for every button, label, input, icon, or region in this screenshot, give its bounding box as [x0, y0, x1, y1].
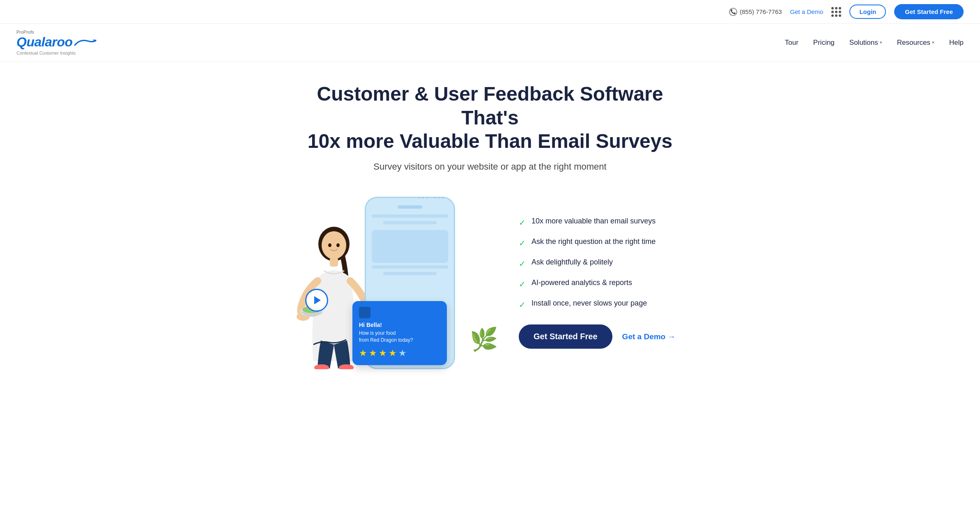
nav-solutions[interactable]: Solutions ▾ — [849, 39, 882, 47]
check-icon-1: ✓ — [519, 218, 526, 228]
phone-notch — [398, 205, 422, 209]
svg-rect-9 — [330, 258, 338, 267]
nav-resources[interactable]: Resources ▾ — [897, 39, 934, 47]
play-button[interactable] — [305, 289, 328, 312]
survey-brand-icon — [359, 307, 370, 318]
phone-line-2 — [383, 221, 437, 224]
phone-figure: ··· ··· Hi Bella! How is your foodfrom H… — [289, 197, 502, 369]
play-triangle-icon — [314, 296, 321, 304]
survey-popup: Hi Bella! How is your foodfrom How is yo… — [352, 301, 447, 365]
feature-item-5: ✓ Install once, never slows your page — [519, 299, 691, 310]
get-started-hero-button[interactable]: Get Started Free — [519, 324, 612, 349]
star-4[interactable]: ★ — [389, 348, 397, 359]
check-icon-5: ✓ — [519, 300, 526, 310]
main-nav: ProProfs Qualaroo Contextual Customer In… — [0, 24, 980, 62]
phone-area: ··· ··· Hi Bella! How is your foodfrom H… — [289, 197, 502, 369]
check-icon-4: ✓ — [519, 279, 526, 289]
feature-item-4: ✓ AI-powered analytics & reports — [519, 278, 691, 289]
nav-links: Tour Pricing Solutions ▾ Resources ▾ Hel… — [785, 39, 964, 47]
phone-line-4 — [383, 272, 437, 275]
phone-line-3 — [372, 265, 448, 269]
logo-proprofs: ProProfs — [16, 30, 34, 34]
survey-question: How is your foodfrom How is your food fr… — [359, 330, 440, 344]
resources-chevron-icon: ▾ — [932, 40, 934, 45]
svg-point-10 — [328, 243, 331, 247]
phone-mockup: ··· ··· Hi Bella! How is your foodfrom H… — [365, 197, 459, 369]
hero-title: Customer & User Feedback Software That's… — [305, 82, 675, 153]
star-1[interactable]: ★ — [359, 348, 367, 359]
logo-area: ProProfs Qualaroo Contextual Customer In… — [16, 30, 97, 55]
check-icon-2: ✓ — [519, 238, 526, 248]
get-demo-hero-button[interactable]: Get a Demo → — [622, 332, 676, 341]
main-content: ··· ··· Hi Bella! How is your foodfrom H… — [202, 197, 778, 386]
phone-icon: 📞 — [729, 8, 737, 16]
leaf-right-decoration: 🌿 — [470, 326, 498, 353]
svg-point-2 — [322, 231, 346, 259]
hero-section: Customer & User Feedback Software That's… — [0, 62, 980, 197]
features-list: ✓ 10x more valuable than email surveys ✓… — [519, 217, 691, 349]
feature-item-3: ✓ Ask delightfully & politely — [519, 258, 691, 269]
phone-number: 📞 (855) 776-7763 — [729, 8, 782, 16]
phone-image-block — [372, 230, 448, 263]
feature-item-2: ✓ Ask the right question at the right ti… — [519, 237, 691, 248]
cta-row: Get Started Free Get a Demo → — [519, 324, 691, 349]
survey-greeting: Hi Bella! — [359, 322, 440, 328]
nav-help[interactable]: Help — [949, 39, 964, 47]
check-icon-3: ✓ — [519, 259, 526, 269]
nav-pricing[interactable]: Pricing — [813, 39, 835, 47]
top-bar: 📞 (855) 776-7763 Get a Demo Login Get St… — [0, 0, 980, 24]
logo-swoosh — [74, 38, 97, 47]
nav-tour[interactable]: Tour — [785, 39, 798, 47]
feature-item-1: ✓ 10x more valuable than email surveys — [519, 217, 691, 228]
login-button[interactable]: Login — [849, 5, 886, 19]
solutions-chevron-icon: ▾ — [880, 40, 882, 45]
star-5[interactable]: ★ — [398, 348, 407, 359]
logo-brand-row: ProProfs — [16, 30, 97, 34]
apps-grid-icon[interactable] — [831, 7, 841, 17]
star-2[interactable]: ★ — [369, 348, 377, 359]
star-3[interactable]: ★ — [379, 348, 387, 359]
top-get-demo-link[interactable]: Get a Demo — [790, 8, 824, 15]
phone-line-1 — [372, 214, 448, 218]
logo-tagline: Contextual Customer Insights — [16, 51, 97, 55]
logo-qualaroo[interactable]: Qualaroo — [16, 34, 72, 50]
svg-point-11 — [336, 243, 340, 247]
get-started-top-button[interactable]: Get Started Free — [894, 4, 964, 19]
sparkle-decoration: ··· ··· — [418, 193, 446, 202]
hero-subtitle: Survey visitors on your website or app a… — [16, 161, 964, 172]
survey-stars[interactable]: ★ ★ ★ ★ ★ — [359, 348, 440, 359]
